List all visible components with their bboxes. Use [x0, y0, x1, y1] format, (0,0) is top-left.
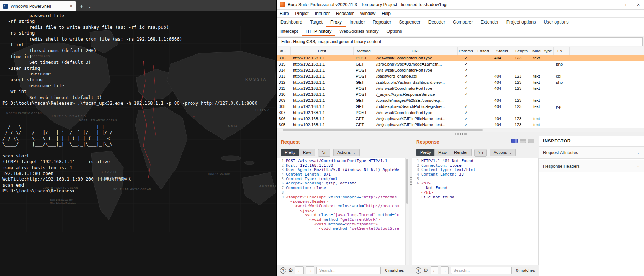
main-tab-bar: DashboardTargetProxyIntruderRepeaterSequ…: [277, 18, 644, 27]
table-row[interactable]: 314http://192.168.1.1POST/wls-wsat/Coord…: [277, 67, 644, 73]
subtab-intercept[interactable]: Intercept: [277, 27, 302, 36]
splitter-grip-icon: [409, 177, 412, 186]
search-next-button[interactable]: →: [306, 266, 314, 274]
table-row[interactable]: 310http://192.168.1.1POST/_async/AsyncRe…: [277, 92, 644, 98]
request-view-tab-raw[interactable]: Raw: [299, 149, 315, 156]
subtab-options[interactable]: Options: [383, 27, 406, 36]
terminal-tab[interactable]: >_ Windows PowerShell ✕: [0, 1, 76, 11]
scrollbar-thumb[interactable]: [283, 129, 483, 131]
table-row[interactable]: 309http://192.168.1.1GET/console/images/…: [277, 98, 644, 104]
maximize-button[interactable]: □: [621, 2, 633, 7]
menu-help[interactable]: Help: [378, 11, 394, 16]
request-scrollbar[interactable]: [405, 158, 409, 265]
search-prev-button[interactable]: ←: [431, 266, 439, 274]
tab-repeater[interactable]: Repeater: [369, 18, 395, 27]
gear-icon[interactable]: ⚙: [423, 267, 428, 274]
line-number: 2: [412, 163, 421, 168]
request-actions-button[interactable]: Actions⌄: [333, 149, 359, 156]
subtab-websockets-history[interactable]: WebSockets history: [335, 27, 382, 36]
vertical-splitter[interactable]: [409, 136, 412, 276]
response-view-tab-pretty[interactable]: Pretty: [416, 149, 435, 156]
request-view-tab-pretty[interactable]: Pretty: [281, 149, 299, 156]
table-row[interactable]: 308http://192.168.1.1GET/uddiexplorer/Se…: [277, 104, 644, 110]
search-input[interactable]: [451, 267, 512, 274]
search-next-button[interactable]: →: [441, 266, 449, 274]
horizontal-splitter[interactable]: [277, 132, 644, 136]
tab-project-options[interactable]: Project options: [503, 18, 540, 27]
chevron-down-icon: ⌄: [353, 151, 356, 155]
scrollbar-thumb[interactable]: [406, 159, 408, 204]
column-header-url[interactable]: URL: [374, 47, 458, 55]
chevron-down-icon: ⌄: [637, 151, 640, 155]
column-header-params[interactable]: Params: [458, 47, 474, 55]
close-button[interactable]: ✕: [633, 2, 644, 7]
filter-bar[interactable]: Filter: Hiding CSS, image and general bi…: [278, 37, 643, 46]
table-row[interactable]: 307http://192.168.1.1POST/wls-wsat/Coord…: [277, 110, 644, 116]
tab-dashboard[interactable]: Dashboard: [277, 18, 306, 27]
tab-close-icon[interactable]: ✕: [69, 4, 73, 9]
table-row[interactable]: 305http://192.168.1.1GET/wxjsapi/saveYZJ…: [277, 122, 644, 128]
line-number: [277, 213, 286, 218]
menu-project[interactable]: Project: [292, 11, 311, 16]
tab-decoder[interactable]: Decoder: [424, 18, 449, 27]
inspector-section-request-attributes[interactable]: Request Attributes⌄: [539, 146, 644, 159]
table-header: #⌄HostMethodURLParamsEditedStatusLengthM…: [277, 47, 644, 55]
request-newline-toggle-button[interactable]: \n: [318, 149, 330, 157]
response-view-tab-render[interactable]: Render: [450, 149, 472, 156]
table-horizontal-scrollbar[interactable]: [277, 128, 644, 132]
help-icon[interactable]: ?: [416, 267, 421, 274]
new-tab-button[interactable]: +: [80, 3, 83, 10]
column-header-length[interactable]: Length: [512, 47, 531, 55]
column-header-label: Status: [496, 49, 508, 53]
response-actions-button[interactable]: Actions⌄: [490, 149, 516, 156]
tab-user-options[interactable]: User options: [540, 18, 572, 27]
tab-sequencer[interactable]: Sequencer: [395, 18, 424, 27]
column-header-host[interactable]: Host: [291, 47, 354, 55]
line-number: [277, 218, 286, 222]
column-header-mime-type[interactable]: MIME type: [531, 47, 554, 55]
column-header-status[interactable]: Status: [492, 47, 512, 55]
tab-comparer[interactable]: Comparer: [449, 18, 477, 27]
response-editor[interactable]: 1HTTP/1.1 404 Not Found2Connection: clos…: [412, 158, 539, 265]
line-number: 4: [277, 172, 286, 177]
table-row[interactable]: 312http://192.168.1.1GET/zabbix.php?acti…: [277, 79, 644, 85]
table-row[interactable]: 315http://192.168.1.1GET/jsrpc.php?type=…: [277, 61, 644, 67]
code-line: 7Connection: close: [277, 186, 409, 191]
terminal-window: >_ Windows PowerShell ✕ + ⌄: [0, 0, 276, 276]
subtab-http-history[interactable]: HTTP history: [302, 27, 336, 36]
layout-single-icon[interactable]: [528, 139, 534, 143]
tab-target[interactable]: Target: [306, 18, 326, 27]
tab-dropdown-icon[interactable]: ⌄: [88, 4, 91, 9]
table-row[interactable]: 313http://192.168.1.1POST/password_chang…: [277, 73, 644, 79]
line-number: [277, 209, 286, 213]
help-icon[interactable]: ?: [280, 267, 286, 274]
column-header-item[interactable]: #⌄: [277, 47, 291, 55]
menu-repeater[interactable]: Repeater: [333, 11, 357, 16]
layout-rows-icon[interactable]: [520, 139, 526, 143]
powershell-icon: >_: [3, 4, 8, 9]
tab-extender[interactable]: Extender: [477, 18, 503, 27]
table-row[interactable]: 306http://192.168.1.1GET/wxjsapi/saveYZJ…: [277, 116, 644, 122]
menu-intruder[interactable]: Intruder: [312, 11, 333, 16]
column-header-label: Ex...: [557, 49, 566, 53]
table-row[interactable]: 311http://192.168.1.1POST/wls-wsat/Coord…: [277, 85, 644, 92]
minimize-button[interactable]: —: [610, 2, 621, 7]
tab-intruder[interactable]: Intruder: [346, 18, 369, 27]
layout-columns-icon[interactable]: [511, 139, 518, 143]
gear-icon[interactable]: ⚙: [288, 267, 293, 274]
terminal-body[interactable]: GREENLANDCANADARUSSIAUNITED STATESCHINAI…: [0, 11, 276, 276]
response-newline-toggle-button[interactable]: \n: [474, 149, 487, 157]
column-header-method[interactable]: Method: [354, 47, 374, 55]
search-prev-button[interactable]: ←: [295, 266, 304, 274]
column-header-ex[interactable]: Ex...: [554, 47, 570, 55]
table-row[interactable]: 316http://192.168.1.1POST/wls-wsat/Coord…: [277, 55, 644, 61]
column-header-edited[interactable]: Edited: [474, 47, 492, 55]
inspector-section-response-headers[interactable]: Response Headers⌄: [539, 160, 644, 172]
request-editor[interactable]: 1POST /wls-wsat/CoordinatorPortType HTTP…: [277, 158, 409, 265]
search-input[interactable]: [316, 267, 381, 274]
menu-burp[interactable]: Burp: [277, 11, 292, 16]
menu-window[interactable]: Window: [357, 11, 378, 16]
tab-proxy[interactable]: Proxy: [326, 18, 346, 27]
line-number: 7: [277, 186, 286, 191]
response-view-tab-raw[interactable]: Raw: [434, 149, 450, 156]
